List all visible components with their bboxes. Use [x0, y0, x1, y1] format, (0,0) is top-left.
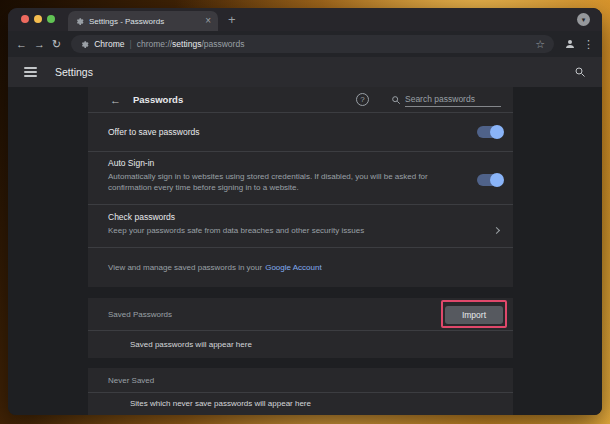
never-saved-header-row: Never Saved — [88, 368, 513, 393]
reload-button[interactable]: ↻ — [52, 39, 61, 50]
browser-toolbar: ← → ↻ Chrome | chrome://settings/passwor… — [8, 31, 602, 57]
settings-favicon-gear-icon — [75, 17, 84, 26]
offer-to-save-label: Offer to save passwords — [108, 127, 200, 137]
manage-passwords-row: View and manage saved passwords in yourG… — [88, 248, 513, 287]
toggle-thumb — [490, 125, 504, 139]
minimize-window-button[interactable] — [34, 15, 42, 23]
settings-header: Settings — [8, 57, 602, 87]
forward-button[interactable]: → — [34, 39, 45, 50]
back-arrow-icon[interactable]: ← — [110, 94, 121, 106]
passwords-main-section: ← Passwords ? Offer to save passwords A — [88, 87, 513, 287]
search-passwords-icon — [391, 95, 401, 105]
new-tab-button[interactable]: + — [228, 12, 236, 28]
auto-sign-in-toggle[interactable] — [477, 174, 503, 186]
url-text: chrome://settings/passwords — [137, 39, 245, 49]
passwords-page-header: ← Passwords ? — [88, 87, 513, 113]
back-button[interactable]: ← — [16, 39, 27, 50]
tab-title: Settings - Passwords — [89, 17, 200, 26]
annotation-highlight-box: Import — [441, 300, 507, 328]
search-passwords-input[interactable] — [405, 93, 501, 107]
url-divider: | — [129, 39, 131, 49]
window-controls — [21, 15, 55, 23]
url-scheme: chrome:// — [137, 39, 172, 49]
auto-sign-in-description: Automatically sign in to websites using … — [108, 171, 472, 194]
chevron-right-icon — [493, 227, 500, 234]
browser-menu-icon[interactable]: ⋮ — [583, 39, 594, 50]
saved-passwords-empty-text: Saved passwords will appear here — [130, 340, 252, 349]
toggle-thumb — [490, 173, 504, 187]
search-icon[interactable] — [574, 66, 586, 78]
auto-sign-in-row: Auto Sign-in Automatically sign in to we… — [88, 152, 513, 205]
help-icon[interactable]: ? — [356, 93, 369, 106]
tab-strip: Settings - Passwords × + ▾ — [8, 8, 602, 31]
never-saved-empty-text: Sites which never save passwords will ap… — [130, 399, 311, 408]
url-host: settings — [172, 39, 201, 49]
section-gap — [88, 358, 513, 368]
saved-passwords-label: Saved Passwords — [108, 310, 172, 319]
auto-sign-in-label: Auto Sign-in — [108, 158, 472, 168]
never-saved-empty-row: Sites which never save passwords will ap… — [88, 393, 513, 415]
page-info-gear-icon — [80, 40, 89, 49]
settings-title: Settings — [55, 66, 93, 78]
saved-passwords-empty-row: Saved passwords will appear here — [88, 331, 513, 358]
check-passwords-row[interactable]: Check passwords Keep your passwords safe… — [88, 205, 513, 248]
check-passwords-description: Keep your passwords safe from data breac… — [108, 225, 364, 237]
saved-passwords-section: Saved Passwords Import Saved passwords w… — [88, 298, 513, 358]
saved-passwords-header-row: Saved Passwords Import — [88, 298, 513, 331]
url-path: /passwords — [201, 39, 244, 49]
bookmark-star-icon[interactable]: ☆ — [535, 39, 545, 50]
page-title: Passwords — [133, 94, 344, 105]
manage-passwords-text: View and manage saved passwords in yourG… — [108, 262, 322, 274]
address-bar[interactable]: Chrome | chrome://settings/passwords ☆ — [71, 35, 554, 53]
search-passwords-group — [391, 93, 501, 107]
tab-close-icon[interactable]: × — [205, 16, 211, 26]
check-passwords-label: Check passwords — [108, 212, 364, 222]
site-name-label: Chrome — [94, 39, 124, 49]
profile-avatar-icon[interactable] — [564, 38, 576, 50]
menu-icon[interactable] — [24, 67, 37, 77]
offer-to-save-row: Offer to save passwords — [88, 113, 513, 152]
section-gap — [88, 287, 513, 298]
zoom-window-button[interactable] — [47, 15, 55, 23]
never-saved-section: Never Saved Sites which never save passw… — [88, 368, 513, 415]
browser-window: Settings - Passwords × + ▾ ← → ↻ Chrome … — [8, 8, 602, 415]
tab-search-button[interactable]: ▾ — [577, 13, 590, 26]
close-window-button[interactable] — [21, 15, 29, 23]
passwords-card: ← Passwords ? Offer to save passwords A — [88, 87, 513, 415]
settings-page: ← Passwords ? Offer to save passwords A — [8, 87, 602, 415]
browser-tab[interactable]: Settings - Passwords × — [68, 11, 218, 31]
google-account-link[interactable]: Google Account — [265, 263, 321, 272]
offer-to-save-toggle[interactable] — [477, 126, 503, 138]
import-button[interactable]: Import — [445, 306, 503, 324]
never-saved-label: Never Saved — [108, 376, 154, 385]
